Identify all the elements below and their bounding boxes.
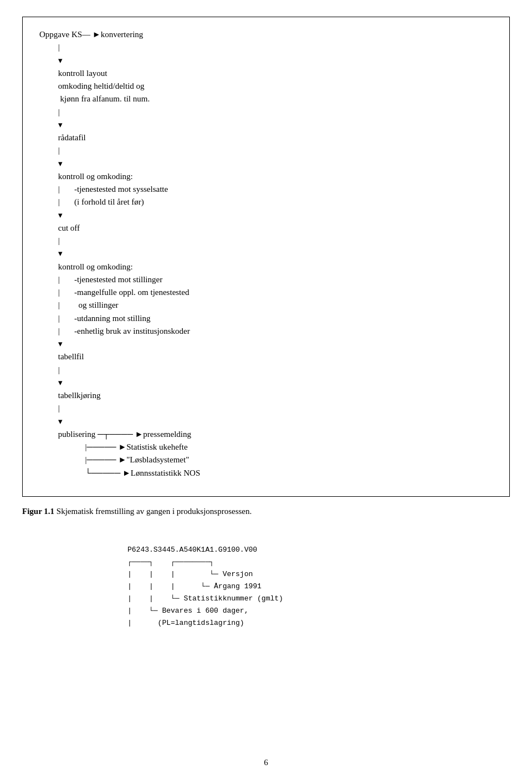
figure-text: Skjematisk fremstilling av gangen i prod…: [57, 507, 252, 516]
page-number: 6: [0, 758, 532, 767]
diagram-box: Oppgave KS— ►konvertering | ▾ kontroll l…: [22, 17, 510, 497]
diagram-content: Oppgave KS— ►konvertering | ▾ kontroll l…: [39, 28, 493, 480]
figure-caption: Figur 1.1 Skjematisk fremstilling av gan…: [22, 507, 510, 516]
code-content: P6243.S3445.A540K1A1.G9100.V00 ┌────┐ ┌─…: [127, 544, 405, 630]
code-diagram: P6243.S3445.A540K1A1.G9100.V00 ┌────┐ ┌─…: [127, 538, 405, 630]
page: Oppgave KS— ►konvertering | ▾ kontroll l…: [0, 0, 532, 784]
figure-label: Figur 1.1: [22, 507, 54, 516]
